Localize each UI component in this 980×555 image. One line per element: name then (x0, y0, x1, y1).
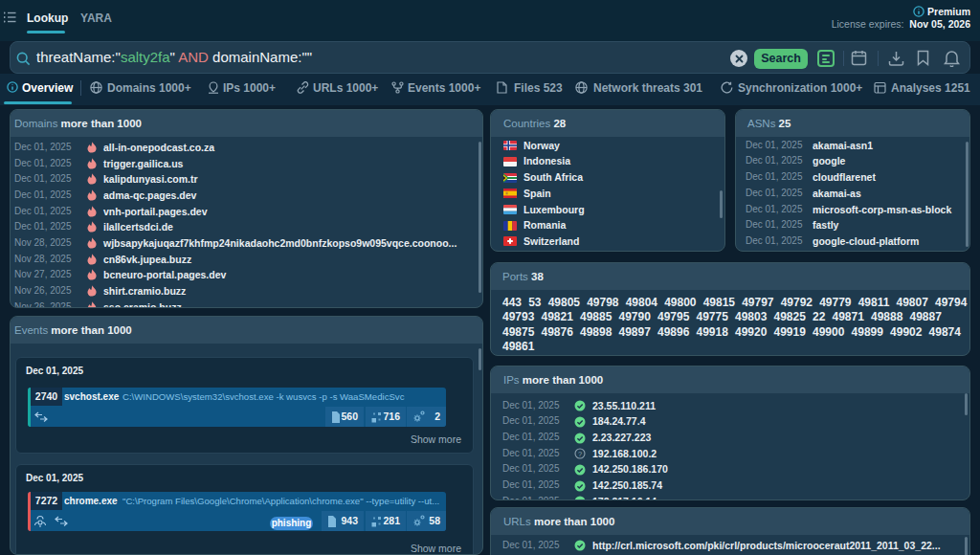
svg-text:?: ? (578, 450, 582, 458)
